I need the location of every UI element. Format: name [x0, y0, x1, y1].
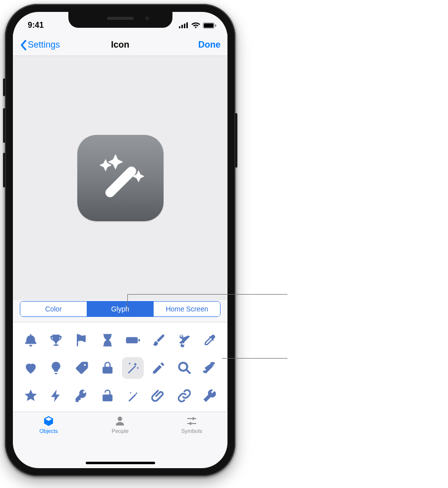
bell-icon — [23, 333, 38, 348]
wifi-icon — [191, 22, 200, 28]
done-button[interactable]: Done — [198, 40, 221, 50]
chevron-left-icon — [20, 40, 27, 51]
glyph-wrench[interactable] — [199, 385, 221, 407]
unlock-icon — [100, 388, 115, 403]
glyph-hourglass[interactable] — [97, 329, 118, 351]
tab-symbols[interactable]: Symbols — [156, 415, 227, 434]
brush-icon — [151, 333, 166, 348]
segmented-control-container: Color Glyph Home Screen — [13, 300, 227, 322]
eyedropper-icon — [202, 333, 217, 348]
callout-line — [222, 358, 287, 359]
icon-preview-area — [13, 56, 227, 300]
glyph-brush[interactable] — [148, 329, 169, 351]
glyph-paperclip[interactable] — [148, 385, 169, 407]
glyph-hammer[interactable] — [199, 357, 221, 379]
side-button — [3, 153, 5, 187]
glyph-wand[interactable] — [122, 385, 144, 407]
tab-label: Symbols — [181, 428, 202, 434]
tab-people[interactable]: People — [85, 415, 156, 434]
hammer-icon — [202, 361, 217, 375]
glyph-heart[interactable] — [20, 357, 42, 379]
callout-line — [127, 294, 128, 311]
pencil-icon — [151, 361, 166, 375]
hourglass-icon — [100, 333, 115, 348]
magnifier-icon — [177, 361, 192, 375]
glyph-star[interactable] — [20, 385, 42, 407]
cellular-icon — [179, 22, 189, 28]
glyph-category-tab-bar: Objects People Symbols — [13, 412, 227, 443]
status-time: 9:41 — [28, 21, 44, 30]
cube-icon — [42, 415, 55, 427]
callout-line — [127, 294, 287, 295]
icon-preview — [77, 135, 164, 221]
segment-glyph[interactable]: Glyph — [87, 302, 154, 316]
glyph-trophy[interactable] — [45, 329, 67, 351]
svg-rect-8 — [184, 24, 185, 29]
glyph-flag[interactable] — [71, 329, 93, 351]
flag-icon — [74, 333, 89, 348]
glyph-lock[interactable] — [97, 357, 118, 379]
svg-rect-12 — [215, 24, 216, 27]
side-button — [235, 113, 237, 168]
navigation-bar: Settings Icon Done — [13, 34, 227, 56]
lightbulb-icon — [49, 361, 63, 375]
battery-icon — [125, 333, 140, 348]
trophy-icon — [49, 333, 63, 348]
svg-rect-7 — [181, 25, 183, 28]
bolt-icon — [49, 388, 63, 403]
segment-color[interactable]: Color — [20, 302, 87, 316]
wand-icon — [125, 388, 140, 403]
glyph-battery[interactable] — [122, 329, 144, 351]
glyph-magic-wand[interactable] — [122, 357, 144, 379]
glyph-lightbulb[interactable] — [45, 357, 67, 379]
notch — [68, 12, 172, 28]
back-button[interactable]: Settings — [20, 39, 60, 51]
iphone-device-frame: 9:41 Settings Icon Done — [5, 4, 235, 476]
glyph-magnifier[interactable] — [173, 357, 195, 379]
magic-wand-icon — [125, 361, 140, 375]
side-button — [3, 78, 5, 96]
lock-icon — [100, 361, 115, 375]
glyph-link[interactable] — [173, 385, 195, 407]
sliders-icon — [185, 415, 198, 427]
glyph-eyedropper[interactable] — [199, 329, 221, 351]
svg-rect-13 — [103, 165, 138, 199]
glyph-key[interactable] — [71, 385, 93, 407]
glyph-bell[interactable] — [20, 329, 42, 351]
magic-wand-icon — [91, 148, 150, 208]
paperclip-icon — [151, 388, 166, 403]
svg-rect-9 — [186, 22, 188, 28]
scissors-icon — [177, 333, 192, 348]
svg-rect-6 — [179, 26, 180, 28]
star-icon — [23, 388, 38, 403]
tab-label: People — [112, 428, 128, 434]
side-button — [3, 108, 5, 143]
tab-label: Objects — [40, 428, 58, 434]
battery-icon — [203, 22, 217, 29]
glyph-pencil[interactable] — [148, 357, 169, 379]
person-icon — [113, 415, 126, 427]
svg-rect-11 — [204, 23, 214, 28]
glyph-bolt[interactable] — [45, 385, 67, 407]
segment-home-screen[interactable]: Home Screen — [154, 302, 220, 316]
heart-icon — [23, 361, 38, 375]
glyph-tag[interactable] — [71, 357, 93, 379]
wrench-icon — [202, 388, 217, 403]
tab-objects[interactable]: Objects — [13, 415, 84, 434]
back-label: Settings — [28, 40, 60, 50]
glyph-grid — [13, 322, 227, 412]
tag-icon — [74, 361, 89, 375]
link-icon — [177, 388, 192, 403]
segmented-control: Color Glyph Home Screen — [20, 301, 221, 317]
key-icon — [74, 388, 89, 403]
glyph-unlock[interactable] — [97, 385, 118, 407]
home-indicator[interactable] — [86, 462, 155, 464]
glyph-scissors[interactable] — [173, 329, 195, 351]
